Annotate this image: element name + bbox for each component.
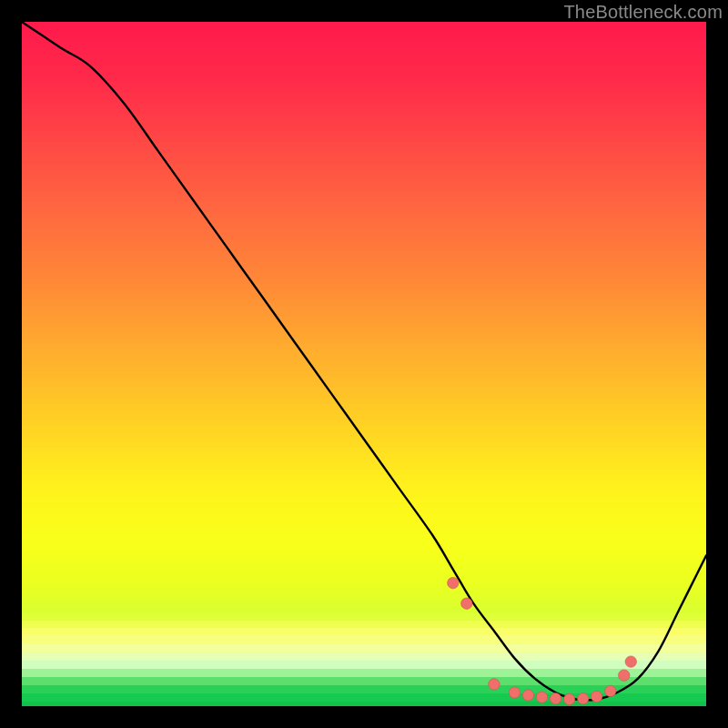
- data-point-marker: [461, 598, 472, 609]
- data-point-marker: [550, 693, 561, 704]
- data-point-marker: [625, 656, 636, 667]
- data-point-marker: [522, 690, 533, 701]
- data-point-marker: [536, 692, 547, 703]
- watermark-text: TheBottleneck.com: [563, 2, 723, 23]
- chart-frame: TheBottleneck.com: [0, 0, 728, 728]
- data-point-marker: [591, 691, 602, 702]
- data-point-marker: [577, 693, 588, 704]
- data-point-marker: [448, 577, 459, 588]
- data-point-marker: [605, 685, 616, 696]
- data-point-marker: [563, 693, 574, 704]
- curve-layer: [22, 22, 706, 706]
- data-point-marker: [489, 679, 500, 690]
- data-point-marker: [619, 670, 630, 681]
- bottleneck-curve: [22, 22, 706, 700]
- plot-area: [22, 22, 706, 706]
- data-point-marker: [509, 687, 520, 698]
